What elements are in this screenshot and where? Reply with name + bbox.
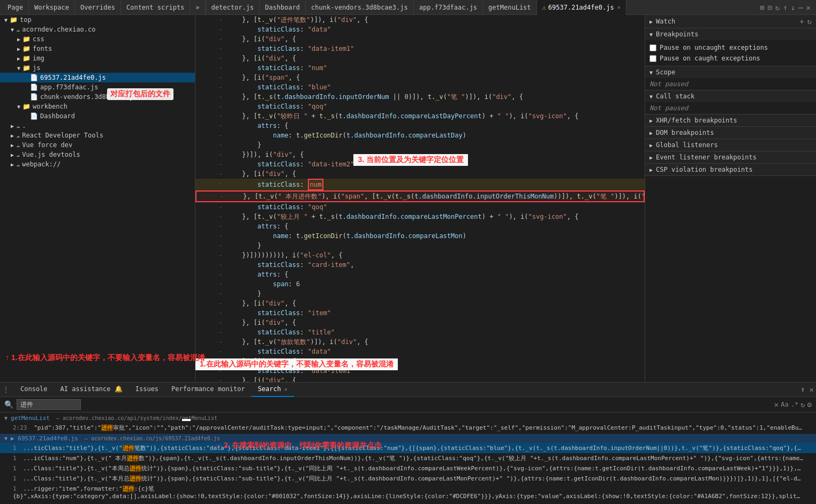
- down-icon[interactable]: ↓: [791, 3, 795, 12]
- search-result-line-3[interactable]: 1 ...Class:"title"},{t._v("本周总进件统计")},{s…: [0, 463, 816, 474]
- expand-arrow-vue-devtools: ▶: [9, 152, 16, 158]
- sidebar-item-chunk[interactable]: 📄 chunk-vendors.3d8bcae3.js: [0, 92, 195, 102]
- tab-active-file[interactable]: ⚠ 69537.21ad4fe0.js ✕: [537, 0, 626, 15]
- tab-workspace[interactable]: Workspace: [29, 0, 75, 15]
- sidebar-item-workbench[interactable]: ▼ 📁 workbench: [0, 102, 195, 111]
- search-refresh-icon[interactable]: ↻: [800, 400, 805, 409]
- dom-section-header[interactable]: ▶ DOM breakpoints: [645, 127, 816, 139]
- code-line: - }: [195, 289, 645, 299]
- sidebar-item-vue-force[interactable]: ▶ ☁ Vue force dev: [0, 140, 195, 150]
- watch-section: ▶ Watch + ↻: [645, 15, 816, 28]
- csp-section-header[interactable]: ▶ CSP violation breakpoints: [645, 164, 816, 175]
- search-settings-icon[interactable]: ⚙: [807, 400, 812, 409]
- sidebar-item-css[interactable]: ▶ 📁 css: [0, 34, 195, 44]
- event-label: Event listener breakpoints: [656, 154, 757, 161]
- code-line: - }, [t._v("较上月 " + t._s(t.dashboardInfo…: [195, 212, 645, 222]
- file-tree-sidebar: ▼ 📁 top ▼ ☁ acorndev.chexiao.co ▶ 📁 css …: [0, 15, 195, 382]
- panel-toggle-icon[interactable]: ⊞: [760, 3, 764, 12]
- code-editor[interactable]: - }, [t._v("进件笔数")]), i("div", { - stati…: [195, 15, 645, 382]
- code-line-redbox: - }, [t._v(" 本月进件数"), i("span", [t._v(t.…: [195, 190, 645, 202]
- code-line: - attrs: {: [195, 270, 645, 279]
- tab-search[interactable]: Search ✕: [251, 382, 293, 397]
- tab-content-scripts[interactable]: Content scripts: [121, 0, 190, 15]
- watch-expand-arrow: ▶: [649, 19, 653, 25]
- search-result-line-1[interactable]: 1 ...ticClass:"title"},{t._v("进件笔数")},{s…: [0, 443, 816, 453]
- sidebar-item-dashboard[interactable]: 📄 Dashboard: [0, 111, 195, 121]
- sidebar-label-workbench: workbench: [33, 103, 67, 110]
- file-expand-arrow-2: ▼: [4, 436, 7, 441]
- tab-overrides[interactable]: Overrides: [75, 0, 121, 15]
- bottom-close-icon[interactable]: ✕: [810, 385, 814, 394]
- callstack-section: ▼ Call stack Not paused: [645, 90, 816, 114]
- breakpoint-uncaught-checkbox[interactable]: [649, 44, 656, 51]
- search-input[interactable]: [17, 399, 81, 410]
- search-result-line[interactable]: 2:23 "pid":387,"title":"进件审批","icon":"",…: [0, 423, 816, 433]
- breakpoint-caught-checkbox[interactable]: [649, 55, 656, 62]
- tab-ai-assistance[interactable]: AI assistance 🔔: [54, 382, 129, 397]
- xhr-label: XHR/fetch breakpoints: [656, 117, 737, 124]
- code-line: - name: t.getIconDir(t.dashboardInfo.com…: [195, 131, 645, 140]
- sidebar-item-js[interactable]: ▼ 📁 js: [0, 63, 195, 73]
- sidebar-item-acorndev[interactable]: ▼ ☁ acorndev.chexiao.co: [0, 25, 195, 34]
- tab-search-close-icon[interactable]: ✕: [284, 386, 288, 392]
- event-section-header[interactable]: ▶ Event listener breakpoints: [645, 151, 816, 163]
- tab-close-icon[interactable]: ✕: [617, 4, 621, 10]
- global-section-header[interactable]: ▶ Global listeners: [645, 139, 816, 151]
- code-line: - staticClass: "item": [195, 308, 645, 318]
- tab-issues[interactable]: Issues: [129, 382, 165, 397]
- sidebar-label-css: css: [33, 35, 44, 43]
- file-icon-app: 📄: [30, 83, 38, 91]
- up-icon[interactable]: ↑: [783, 3, 787, 12]
- watch-add-icon[interactable]: +: [799, 17, 804, 26]
- scope-section-header[interactable]: ▼ Scope: [645, 66, 816, 78]
- sidebar-item-webpack[interactable]: ▶ ☁ webpack://: [0, 159, 195, 169]
- more-icon[interactable]: ⋯: [798, 3, 803, 12]
- search-result-line-5[interactable]: 1 ...rigger:"item",formatter:"进件:{c}笔 {b…: [0, 484, 816, 501]
- breakpoints-section-header[interactable]: ▼ Breakpoints: [645, 28, 816, 40]
- search-regex-icon[interactable]: .*: [791, 401, 798, 408]
- sidebar-label-chunk: chunk-vendors.3d8bcae3.js: [40, 93, 137, 101]
- tab-console[interactable]: Console: [14, 382, 54, 397]
- callstack-section-header[interactable]: ▼ Call stack: [645, 90, 816, 102]
- sidebar-label-dot: .: [22, 122, 26, 129]
- watch-section-header[interactable]: ▶ Watch + ↻: [645, 15, 816, 28]
- global-expand-arrow: ▶: [649, 142, 653, 148]
- search-result-file-69537[interactable]: ▼ ▶ 69537.21ad4fe0.js — acorndev.chexiao…: [0, 434, 816, 443]
- folder-icon-img: 📁: [22, 55, 31, 62]
- sidebar-item-top[interactable]: ▼ 📁 top: [0, 15, 195, 25]
- code-line-highlight: - staticClass: num: [195, 179, 645, 190]
- layout-icon[interactable]: ⊟: [767, 3, 772, 12]
- code-line: - }, [i("div", {: [195, 54, 645, 63]
- sidebar-item-dot[interactable]: ▶ ☁ .: [0, 121, 195, 131]
- expand-arrow-vue-force: ▶: [9, 142, 16, 148]
- tab-getmenulist[interactable]: getMenuList: [483, 0, 537, 15]
- sidebar-item-app[interactable]: 📄 app.f73dfaac.js: [0, 82, 195, 92]
- tab-more[interactable]: »: [190, 0, 205, 15]
- sidebar-item-69537[interactable]: 📄 69537.21ad4fe0.js: [0, 73, 195, 82]
- search-result-file-getmenulist[interactable]: ▼ getMenuList — acorndev.chexiao.co/api/…: [0, 414, 816, 423]
- sidebar-item-fonts[interactable]: ▶ 📁 fonts: [0, 44, 195, 54]
- rotate-icon[interactable]: ↻: [775, 3, 780, 12]
- search-result-line-2[interactable]: 1 ...icClass:"num"},{t._v(" 本月进件数")},{sp…: [0, 453, 816, 463]
- folder-icon-js: 📁: [22, 64, 31, 72]
- search-result-line-4[interactable]: 1 ...Class:"title"},{t._v("本月总进件统计")},{s…: [0, 474, 816, 484]
- close-devtools-icon[interactable]: ✕: [806, 3, 811, 12]
- search-case-icon[interactable]: Aa: [781, 401, 788, 408]
- watch-refresh-icon[interactable]: ↻: [807, 17, 812, 26]
- xhr-section-header[interactable]: ▶ XHR/fetch breakpoints: [645, 114, 816, 126]
- sidebar-item-img[interactable]: ▶ 📁 img: [0, 54, 195, 63]
- code-line: - }, [t._v("较昨日 " + t._s(t.dashboardInfo…: [195, 111, 645, 121]
- search-clear-icon[interactable]: ✕: [774, 400, 779, 409]
- tab-performance-monitor[interactable]: Performance monitor: [165, 382, 251, 397]
- sidebar-item-vue-devtools[interactable]: ▶ ☁ Vue.js devtools: [0, 150, 195, 159]
- sidebar-item-react[interactable]: ▶ ☁ React Developer Tools: [0, 131, 195, 140]
- tab-app[interactable]: app.f73dfaac.js: [414, 0, 483, 15]
- code-line: - staticClass: "num": [195, 63, 645, 73]
- cloud-icon-react: ☁: [16, 132, 20, 139]
- tab-page[interactable]: Page: [2, 0, 29, 15]
- tab-chunk-vendors[interactable]: chunk-vendors.3d8bcae3.js: [306, 0, 414, 15]
- tab-dashboard[interactable]: Dashboard: [260, 0, 306, 15]
- console-menu-icon[interactable]: ⋮: [2, 385, 10, 394]
- tab-detector[interactable]: detector.js: [206, 0, 260, 15]
- bottom-expand-icon[interactable]: ⬆: [800, 385, 805, 394]
